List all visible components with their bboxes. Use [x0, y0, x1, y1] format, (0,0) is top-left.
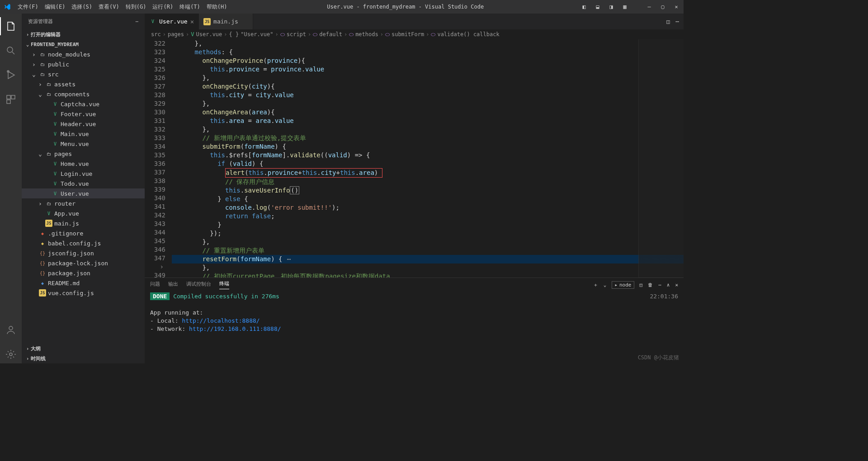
breadcrumb-validate() callback[interactable]: validate() callback: [437, 31, 499, 38]
panel-tab-终端[interactable]: 终端: [219, 280, 229, 289]
tree-item-node_modules[interactable]: ›🗀node_modules: [22, 49, 145, 59]
maximize-panel-icon[interactable]: ∧: [667, 282, 670, 288]
tree-item-Main.vue[interactable]: VMain.vue: [22, 129, 145, 139]
compile-message: Compiled successfully in 276ms: [173, 293, 279, 300]
tree-item-Menu.vue[interactable]: VMenu.vue: [22, 139, 145, 149]
settings-gear-icon[interactable]: [0, 345, 22, 363]
tree-item-Home.vue[interactable]: VHome.vue: [22, 159, 145, 169]
breadcrumb-default[interactable]: default: [319, 31, 342, 38]
search-icon[interactable]: [0, 42, 22, 60]
svg-rect-4: [7, 100, 10, 103]
tree-item-main.js[interactable]: JSmain.js: [22, 218, 145, 228]
terminal-dropdown-icon[interactable]: ⌄: [604, 282, 607, 288]
panel-tab-调试控制台[interactable]: 调试控制台: [186, 281, 211, 289]
code-area[interactable]: 322 323 324 325 326 327 328 329 330 331 …: [145, 39, 684, 278]
tree-item-vue.config.js[interactable]: JSvue.config.js: [22, 288, 145, 298]
panel-tab-输出[interactable]: 输出: [168, 281, 178, 289]
section-timeline[interactable]: ›时间线: [22, 353, 145, 363]
minimap[interactable]: [638, 39, 684, 278]
menu-选择(S)[interactable]: 选择(S): [68, 3, 95, 11]
new-terminal-icon[interactable]: ＋: [593, 282, 598, 288]
layout-left-icon[interactable]: ◧: [580, 4, 588, 10]
extensions-icon[interactable]: [0, 90, 22, 108]
menu-文件(F)[interactable]: 文件(F): [14, 3, 42, 11]
tree-item-Login.vue[interactable]: VLogin.vue: [22, 169, 145, 179]
tree-item-User.vue[interactable]: VUser.vue: [22, 188, 145, 198]
split-editor-icon[interactable]: ◫: [666, 18, 670, 25]
section-outline[interactable]: ›大纲: [22, 343, 145, 353]
tree-item-README.md[interactable]: ◆README.md: [22, 278, 145, 288]
maximize-icon[interactable]: ▢: [659, 4, 666, 10]
svg-rect-2: [7, 95, 10, 99]
more-icon[interactable]: ⋯: [658, 282, 661, 288]
titlebar: 文件(F)编辑(E)选择(S)查看(V)转到(G)运行(R)终端(T)帮助(H)…: [0, 0, 684, 14]
sidebar-title: 资源管理器: [28, 18, 53, 25]
window-title: User.vue - frontend_mydream - Visual Stu…: [231, 4, 581, 10]
breadcrumb[interactable]: src›pages›VUser.vue›{ }"User.vue"›⬭scrip…: [145, 29, 684, 39]
svg-point-6: [9, 353, 12, 356]
tree-item-components[interactable]: ⌄🗀components: [22, 89, 145, 99]
network-url-link[interactable]: http://192.168.0.111:8888/: [189, 325, 281, 332]
breadcrumb-User.vue[interactable]: User.vue: [196, 31, 222, 38]
breadcrumb-"User.vue"[interactable]: "User.vue": [241, 31, 273, 38]
layout-bottom-icon[interactable]: ⬓: [594, 4, 601, 10]
run-debug-icon[interactable]: [0, 66, 22, 84]
tree-item-package.json[interactable]: {}package.json: [22, 268, 145, 278]
menu-运行(R)[interactable]: 运行(R): [149, 3, 176, 11]
tree-item-Footer.vue[interactable]: VFooter.vue: [22, 109, 145, 119]
breadcrumb-pages[interactable]: pages: [168, 31, 184, 38]
tree-item-pages[interactable]: ⌄🗀pages: [22, 149, 145, 159]
menu-帮助(H)[interactable]: 帮助(H): [203, 3, 231, 11]
tab-main.js[interactable]: JSmain.js: [199, 14, 253, 29]
menu-查看(V)[interactable]: 查看(V): [95, 3, 123, 11]
kill-terminal-icon[interactable]: 🗑: [648, 282, 653, 288]
tree-item-Todo.vue[interactable]: VTodo.vue: [22, 179, 145, 188]
done-badge: DONE: [150, 292, 170, 300]
minimize-icon[interactable]: —: [646, 4, 653, 10]
svg-point-0: [7, 47, 13, 52]
tab-close-icon[interactable]: ×: [190, 18, 194, 25]
window-controls: ◧ ⬓ ◨ ▦ — ▢ ✕: [580, 4, 680, 10]
tree-item-Header.vue[interactable]: VHeader.vue: [22, 119, 145, 129]
terminal-output[interactable]: 22:01:36 DONE Compiled successfully in 2…: [145, 292, 684, 363]
app-running-label: App running at:: [150, 309, 203, 316]
tree-item-babel.config.js[interactable]: ◆babel.config.js: [22, 238, 145, 248]
menu-转到(G)[interactable]: 转到(G): [123, 3, 150, 11]
menu-终端(T)[interactable]: 终端(T): [176, 3, 203, 11]
layout-grid-icon[interactable]: ▦: [621, 4, 628, 10]
sidebar-header: 资源管理器 ⋯: [22, 14, 145, 29]
account-icon[interactable]: [0, 321, 22, 339]
breadcrumb-submitForm[interactable]: submitForm: [392, 31, 424, 38]
tree-item-package-lock.json[interactable]: {}package-lock.json: [22, 258, 145, 268]
sidebar: 资源管理器 ⋯ ›打开的编辑器 ⌄FRONTEND_MYDREAM ›🗀node…: [22, 14, 145, 363]
breadcrumb-script[interactable]: script: [287, 31, 306, 38]
tree-item-public[interactable]: ›🗀public: [22, 59, 145, 69]
close-icon[interactable]: ✕: [673, 4, 680, 10]
tree-item-App.vue[interactable]: VApp.vue: [22, 208, 145, 218]
file-tree: ›🗀node_modules›🗀public⌄🗀src›🗀assets⌄🗀com…: [22, 49, 145, 343]
section-open-editors[interactable]: ›打开的编辑器: [22, 29, 145, 39]
tree-item-src[interactable]: ⌄🗀src: [22, 69, 145, 79]
tree-item-assets[interactable]: ›🗀assets: [22, 79, 145, 89]
terminal-profile[interactable]: ▸node: [612, 281, 634, 289]
local-url-link[interactable]: http://localhost:8888/: [182, 317, 259, 324]
menu-编辑(E)[interactable]: 编辑(E): [42, 3, 69, 11]
tree-item-.gitignore[interactable]: ◆.gitignore: [22, 228, 145, 238]
tree-item-jsconfig.json[interactable]: {}jsconfig.json: [22, 248, 145, 258]
tree-item-Captcha.vue[interactable]: VCaptcha.vue: [22, 99, 145, 109]
menubar: 文件(F)编辑(E)选择(S)查看(V)转到(G)运行(R)终端(T)帮助(H): [14, 3, 231, 11]
split-terminal-icon[interactable]: ◫: [640, 282, 643, 288]
explorer-icon[interactable]: [0, 17, 22, 35]
more-icon[interactable]: ⋯: [675, 18, 679, 25]
activitybar: [0, 14, 22, 363]
code-content[interactable]: }, methods: { onChangeProvince(province)…: [172, 39, 684, 278]
tree-item-router[interactable]: ›🗀router: [22, 198, 145, 208]
panel-tab-问题[interactable]: 问题: [150, 281, 160, 289]
tab-User.vue[interactable]: VUser.vue×: [145, 14, 199, 29]
breadcrumb-src[interactable]: src: [151, 31, 161, 38]
close-panel-icon[interactable]: ✕: [675, 282, 678, 288]
breadcrumb-methods[interactable]: methods: [355, 31, 378, 38]
section-project[interactable]: ⌄FRONTEND_MYDREAM: [22, 39, 145, 49]
more-icon[interactable]: ⋯: [135, 19, 138, 24]
layout-right-icon[interactable]: ◨: [608, 4, 615, 10]
